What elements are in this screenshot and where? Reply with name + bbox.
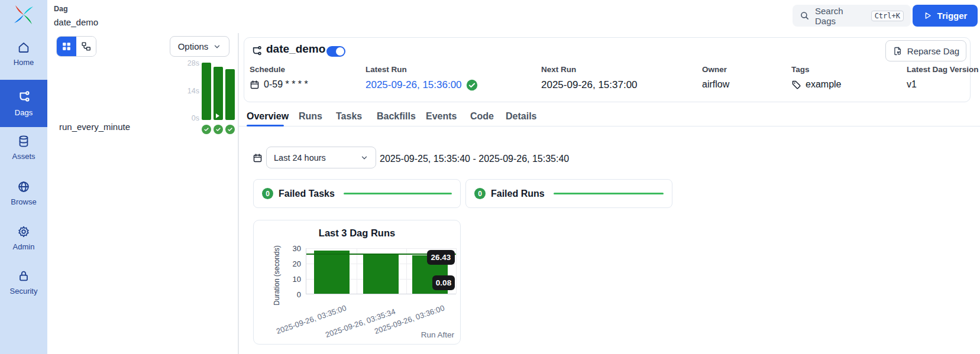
chevron-down-icon [360,154,368,162]
sidebar-item-label: Admin [13,242,35,251]
tab-details[interactable]: Details [506,111,536,122]
search-input[interactable]: Search Dags Ctrl+K [793,5,911,27]
toggle-knob [336,47,344,56]
calendar-icon [253,153,263,163]
success-check-icon [466,79,478,91]
sidebar-item-label: Browse [11,197,36,206]
calendar-icon [250,80,260,90]
search-icon [800,11,810,21]
graph-view-button[interactable] [76,37,96,56]
sidebar-item-label: Home [14,58,34,67]
sidebar-item-browse[interactable]: Browse [0,177,47,210]
trigger-button[interactable]: Trigger [913,5,978,27]
dag-icon [250,45,263,57]
tab-backfills[interactable]: Backfills [377,111,416,122]
duration-tick: 14s [177,87,199,95]
failed-tasks-card: 0 Failed Tasks [253,179,461,208]
y-axis-label: Duration (seconds) [273,244,281,307]
time-range-text: 2025-09-25, 15:35:40 - 2025-09-26, 15:35… [380,154,569,164]
x-axis-label: Run After [421,330,454,339]
assets-icon [17,135,30,148]
dag-run-bar[interactable] [202,63,211,120]
y-tick: 30 [286,244,301,253]
tab-tasks[interactable]: Tasks [336,111,362,122]
sidebar-item-assets[interactable]: Assets [0,131,47,164]
chart-title: Last 3 Dag Runs [254,228,460,239]
airflow-logo [12,3,35,27]
admin-icon [17,225,30,238]
dag-title: date_demo [266,43,325,56]
duration-tick: 0s [177,114,199,122]
duration-bar [314,251,350,294]
sidebar-item-label: Dags [15,108,33,117]
y-tick: 0 [286,290,301,299]
search-shortcut: Ctrl+K [871,11,904,21]
failed-runs-count: 0 [474,188,486,199]
chart-tooltip-value: 0.08 [432,275,455,290]
tag-value[interactable]: example [806,79,841,90]
task-instance-success-icon[interactable] [202,125,211,134]
dag-run-bar[interactable] [225,69,235,120]
latest-run-link[interactable]: 2025-09-26, 15:36:00 [366,79,462,91]
sidebar-item-security[interactable]: Security [0,266,47,299]
tab-runs[interactable]: Runs [299,111,322,122]
info-next-run: Next Run 2025-09-26, 15:37:00 [541,65,638,91]
grid-view-button[interactable] [57,37,76,56]
time-range-select[interactable]: Last 24 hours [266,147,376,168]
dag-run-bar[interactable] [214,67,223,120]
task-instance-success-icon[interactable] [214,125,223,134]
info-latest-run: Latest Run 2025-09-26, 15:36:00 [366,65,478,91]
options-button[interactable]: Options [170,36,229,57]
info-tags: Tags example [791,65,841,90]
home-icon [17,41,30,54]
tag-icon [791,80,801,90]
failed-tasks-count: 0 [262,188,273,199]
sidebar-item-dags[interactable]: Dags [0,80,47,127]
reparse-icon [892,46,903,56]
info-owner: Owner airflow [702,65,729,90]
task-instance-success-icon[interactable] [225,125,235,134]
breadcrumb[interactable]: Dag [54,5,68,13]
failed-runs-card: 0 Failed Runs [465,179,672,208]
sidebar: Home Dags Assets [0,0,47,354]
search-placeholder: Search Dags [815,6,866,26]
security-icon [17,269,30,282]
tabs-divider [238,126,980,126]
last-3-dag-runs-chart: Last 3 Dag Runs 30 20 10 0 Duration (sec… [253,220,461,345]
info-latest-dag-version: Latest Dag Version v1 [907,65,979,90]
duration-tick: 28s [177,59,199,67]
dag-pause-toggle[interactable] [326,46,345,57]
sidebar-item-label: Security [10,287,38,295]
task-name[interactable]: run_every_minute [59,122,130,132]
y-tick: 10 [286,275,301,284]
reparse-dag-button[interactable]: Reparse Dag [885,40,966,61]
info-schedule: Schedule 0-59 * * * * [250,65,308,90]
panel-splitter[interactable] [238,33,239,354]
tab-code[interactable]: Code [470,111,494,122]
sidebar-item-label: Assets [12,152,35,161]
duration-bar [363,254,399,294]
play-marker-icon [216,113,219,118]
breadcrumb-current: date_demo [54,17,98,27]
sidebar-item-admin[interactable]: Admin [0,222,47,255]
sidebar-item-home[interactable]: Home [0,37,47,71]
y-tick: 20 [286,259,301,268]
browse-icon [17,180,30,193]
chart-tooltip-value: 26.43 [427,250,455,265]
tab-overview[interactable]: Overview [247,111,289,122]
view-toggle [56,36,96,57]
dags-icon [17,90,31,104]
stat-trend-line [554,193,664,194]
stat-trend-line [344,193,452,194]
tab-events[interactable]: Events [426,111,457,122]
play-icon [923,11,932,20]
active-tab-indicator [247,125,284,126]
chevron-down-icon [213,43,221,51]
